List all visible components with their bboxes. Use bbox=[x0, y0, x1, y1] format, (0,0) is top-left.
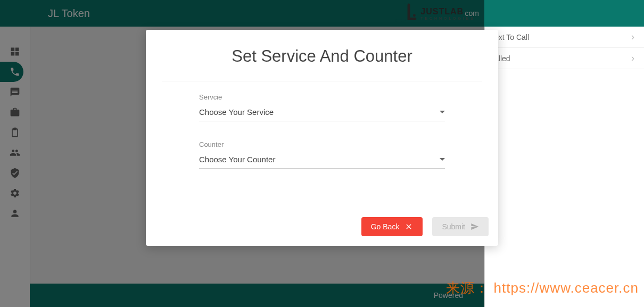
service-label: Servcie bbox=[199, 93, 445, 101]
counter-field-group: Counter Choose Your Counter bbox=[199, 140, 445, 169]
service-select-value: Choose Your Service bbox=[199, 107, 274, 117]
modal-title: Set Service And Counter bbox=[162, 30, 482, 81]
chevron-right-icon: › bbox=[631, 31, 634, 43]
counter-label: Counter bbox=[199, 140, 445, 148]
caret-down-icon bbox=[440, 158, 445, 161]
counter-select[interactable]: Choose Your Counter bbox=[199, 152, 445, 169]
service-field-group: Servcie Choose Your Service bbox=[199, 93, 445, 121]
close-icon bbox=[404, 222, 413, 231]
submit-label: Submit bbox=[442, 222, 465, 231]
service-select[interactable]: Choose Your Service bbox=[199, 104, 445, 121]
counter-select-value: Choose Your Counter bbox=[199, 155, 275, 164]
go-back-label: Go Back bbox=[371, 222, 400, 231]
right-panel: WALK-IN ext To Call › alled › bbox=[484, 0, 644, 307]
panel-row-label: ext To Call bbox=[494, 33, 529, 42]
panel-row-next-to-call[interactable]: ext To Call › bbox=[485, 27, 644, 48]
set-service-modal: Set Service And Counter Servcie Choose Y… bbox=[146, 30, 498, 246]
caret-down-icon bbox=[440, 111, 445, 113]
submit-button[interactable]: Submit bbox=[432, 217, 489, 236]
chevron-right-icon: › bbox=[631, 53, 634, 64]
panel-row-called[interactable]: alled › bbox=[485, 48, 644, 69]
send-icon bbox=[470, 222, 479, 231]
go-back-button[interactable]: Go Back bbox=[361, 217, 423, 236]
